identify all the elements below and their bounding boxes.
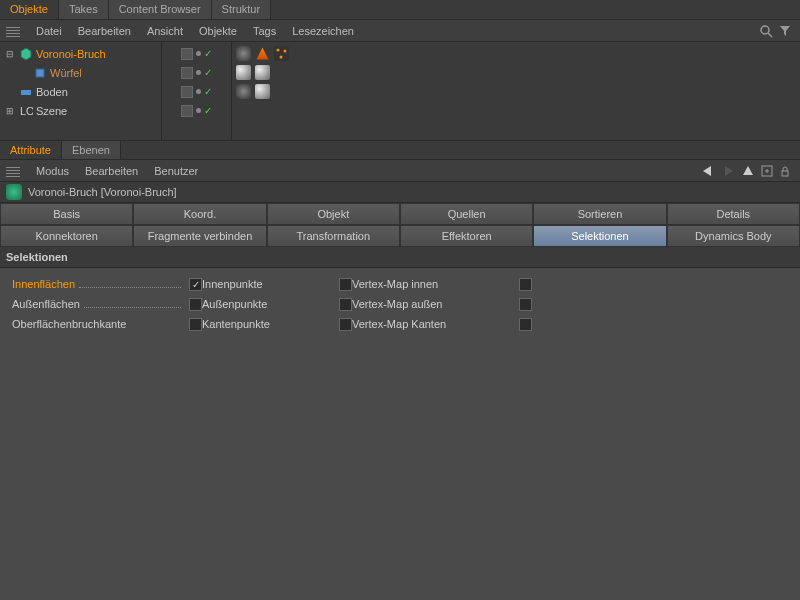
svg-text:LO: LO bbox=[20, 105, 33, 117]
expander-icon[interactable]: ⊞ bbox=[4, 106, 16, 116]
voronoi-icon bbox=[6, 184, 22, 200]
tab-takes[interactable]: Takes bbox=[59, 0, 109, 19]
vis-toggles[interactable]: ✓ bbox=[162, 44, 231, 63]
svg-marker-12 bbox=[743, 166, 753, 175]
stage-icon: LO bbox=[19, 104, 33, 118]
svg-marker-11 bbox=[725, 166, 733, 176]
filter-icon[interactable] bbox=[779, 25, 791, 37]
new-window-icon[interactable] bbox=[761, 165, 773, 177]
checkbox-vmap-kanten[interactable] bbox=[519, 318, 532, 331]
svg-marker-2 bbox=[780, 26, 790, 36]
checkbox-aussenflaechen[interactable] bbox=[189, 298, 202, 311]
menu-ansicht[interactable]: Ansicht bbox=[139, 25, 191, 37]
lock-icon[interactable] bbox=[779, 165, 791, 177]
svg-rect-16 bbox=[782, 171, 788, 176]
menu-modus[interactable]: Modus bbox=[28, 165, 77, 177]
tree-row-boden[interactable]: Boden bbox=[0, 82, 161, 101]
param-tab-fragmente[interactable]: Fragmente verbinden bbox=[133, 225, 266, 247]
menu-bearbeiten[interactable]: Bearbeiten bbox=[77, 165, 146, 177]
checkbox-oberflaechenbruchkante[interactable] bbox=[189, 318, 202, 331]
label-aussenpunkte: Außenpunkte bbox=[202, 298, 267, 310]
tag-material-icon[interactable] bbox=[255, 84, 270, 99]
param-tab-selektionen[interactable]: Selektionen bbox=[533, 225, 666, 247]
label-aussenflaechen: Außenflächen bbox=[12, 298, 80, 310]
label-vmap-kanten: Vertex-Map Kanten bbox=[352, 318, 446, 330]
tree-row-wuerfel[interactable]: Würfel bbox=[0, 63, 161, 82]
tab-ebenen[interactable]: Ebenen bbox=[62, 141, 121, 159]
tree-row-voronoi[interactable]: ⊟ Voronoi-Bruch bbox=[0, 44, 161, 63]
checkbox-vmap-innen[interactable] bbox=[519, 278, 532, 291]
menu-lesezeichen[interactable]: Lesezeichen bbox=[284, 25, 362, 37]
tab-struktur[interactable]: Struktur bbox=[212, 0, 272, 19]
param-tab-konnektoren[interactable]: Konnektoren bbox=[0, 225, 133, 247]
menu-objekte[interactable]: Objekte bbox=[191, 25, 245, 37]
tree-label: Szene bbox=[36, 105, 67, 117]
section-header: Selektionen bbox=[0, 247, 800, 268]
grip-icon bbox=[6, 25, 20, 37]
label-vmap-aussen: Vertex-Map außen bbox=[352, 298, 443, 310]
search-icon[interactable] bbox=[759, 24, 773, 38]
label-innenpunkte: Innenpunkte bbox=[202, 278, 263, 290]
svg-point-0 bbox=[761, 26, 769, 34]
tree-label: Boden bbox=[36, 86, 68, 98]
nav-back-icon[interactable] bbox=[701, 165, 715, 177]
param-tab-transformation[interactable]: Transformation bbox=[267, 225, 400, 247]
label-kantenpunkte: Kantenpunkte bbox=[202, 318, 270, 330]
tree-row-szene[interactable]: ⊞ LO Szene bbox=[0, 101, 161, 120]
tag-material-icon[interactable] bbox=[255, 65, 270, 80]
vis-toggles[interactable]: ✓ bbox=[162, 101, 231, 120]
tag-warning-icon[interactable] bbox=[255, 46, 270, 61]
tag-material-icon[interactable] bbox=[236, 65, 251, 80]
vis-toggles[interactable]: ✓ bbox=[162, 82, 231, 101]
menu-bearbeiten[interactable]: Bearbeiten bbox=[70, 25, 139, 37]
tag-dynamics-icon[interactable] bbox=[236, 46, 251, 61]
checkbox-kantenpunkte[interactable] bbox=[339, 318, 352, 331]
label-oberflaechenbruchkante: Oberflächenbruchkante bbox=[12, 318, 126, 330]
tag-row[interactable] bbox=[236, 44, 796, 63]
svg-rect-4 bbox=[36, 69, 44, 77]
floor-icon bbox=[19, 85, 33, 99]
svg-point-7 bbox=[277, 49, 280, 52]
param-tab-objekt[interactable]: Objekt bbox=[267, 203, 400, 225]
svg-point-9 bbox=[280, 56, 283, 59]
label-innenflaechen: Innenflächen bbox=[12, 278, 75, 290]
tag-row[interactable] bbox=[236, 82, 796, 101]
checkbox-vmap-aussen[interactable] bbox=[519, 298, 532, 311]
label-vmap-innen: Vertex-Map innen bbox=[352, 278, 438, 290]
svg-marker-10 bbox=[703, 166, 711, 176]
param-tab-details[interactable]: Details bbox=[667, 203, 800, 225]
svg-marker-3 bbox=[21, 48, 31, 60]
menu-tags[interactable]: Tags bbox=[245, 25, 284, 37]
checkbox-innenpunkte[interactable] bbox=[339, 278, 352, 291]
menu-benutzer[interactable]: Benutzer bbox=[146, 165, 206, 177]
menu-datei[interactable]: Datei bbox=[28, 25, 70, 37]
tree-label: Voronoi-Bruch bbox=[36, 48, 106, 60]
tag-dynamics-icon[interactable] bbox=[236, 84, 251, 99]
param-tab-quellen[interactable]: Quellen bbox=[400, 203, 533, 225]
object-title: Voronoi-Bruch [Voronoi-Bruch] bbox=[28, 186, 177, 198]
svg-rect-5 bbox=[21, 90, 31, 95]
tree-label: Würfel bbox=[50, 67, 82, 79]
checkbox-innenflaechen[interactable] bbox=[189, 278, 202, 291]
checkbox-aussenpunkte[interactable] bbox=[339, 298, 352, 311]
tab-attribute[interactable]: Attribute bbox=[0, 141, 62, 159]
tag-row[interactable] bbox=[236, 63, 796, 82]
tab-objekte[interactable]: Objekte bbox=[0, 0, 59, 19]
voronoi-icon bbox=[19, 47, 33, 61]
param-tab-effektoren[interactable]: Effektoren bbox=[400, 225, 533, 247]
svg-line-1 bbox=[768, 33, 772, 37]
param-tab-dynamics[interactable]: Dynamics Body bbox=[667, 225, 800, 247]
param-tab-koord[interactable]: Koord. bbox=[133, 203, 266, 225]
vis-toggles[interactable]: ✓ bbox=[162, 63, 231, 82]
cube-icon bbox=[33, 66, 47, 80]
grip-icon bbox=[6, 165, 20, 177]
nav-fwd-icon[interactable] bbox=[721, 165, 735, 177]
tag-points-icon[interactable] bbox=[274, 46, 289, 61]
svg-point-8 bbox=[284, 50, 287, 53]
param-tab-sortieren[interactable]: Sortieren bbox=[533, 203, 666, 225]
tab-content-browser[interactable]: Content Browser bbox=[109, 0, 212, 19]
nav-up-icon[interactable] bbox=[741, 165, 755, 177]
param-tab-basis[interactable]: Basis bbox=[0, 203, 133, 225]
expander-icon[interactable]: ⊟ bbox=[4, 49, 16, 59]
